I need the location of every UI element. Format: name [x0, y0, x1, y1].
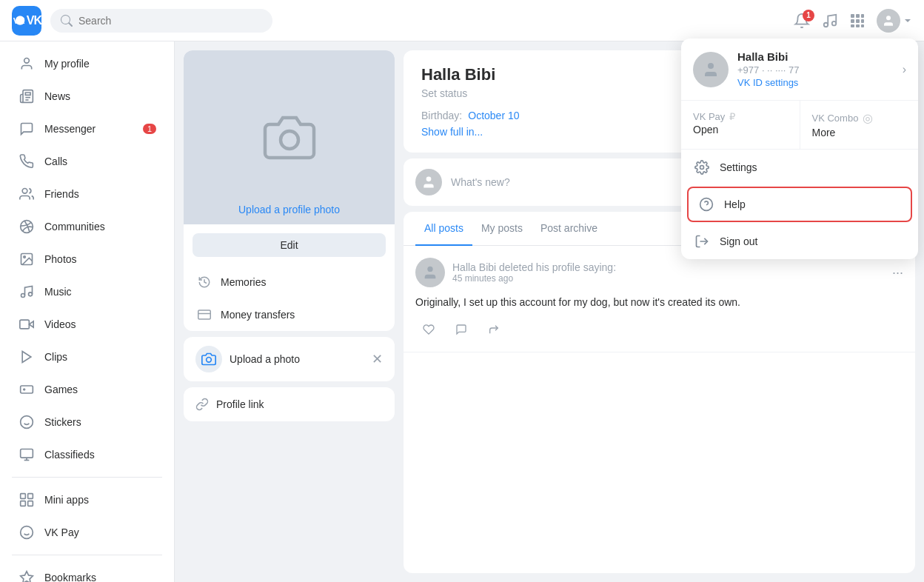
svg-text:VK: VK — [13, 16, 26, 25]
sidebar-divider-1 — [12, 477, 162, 478]
classifieds-icon — [18, 446, 36, 464]
sidebar-item-games[interactable]: Games — [6, 373, 168, 406]
help-label: Help — [724, 198, 746, 210]
svg-rect-49 — [198, 310, 211, 319]
svg-rect-10 — [856, 24, 860, 27]
notifications-button[interactable]: 1 — [794, 13, 810, 29]
settings-icon — [693, 158, 711, 176]
sidebar-item-clips[interactable]: Clips — [6, 341, 168, 373]
post-avatar — [415, 258, 445, 287]
svg-rect-8 — [861, 19, 864, 23]
svg-point-67 — [427, 267, 432, 272]
post-text: Originally, I set up this account for my… — [415, 295, 903, 310]
sidebar-label-bookmarks: Bookmarks — [44, 572, 96, 582]
svg-point-33 — [21, 416, 33, 429]
upload-photo-icon — [195, 346, 222, 372]
profile-link-card[interactable]: Profile link — [184, 387, 395, 421]
svg-rect-7 — [856, 19, 860, 23]
sidebar-label-music: Music — [44, 286, 72, 298]
search-input[interactable] — [78, 15, 262, 27]
post-author-name: Halla Bibi deleted his profile saying: — [452, 261, 885, 273]
post-more-button[interactable]: ··· — [892, 265, 903, 281]
post-author-row: Halla Bibi deleted his profile saying: 4… — [415, 258, 903, 287]
svg-marker-27 — [22, 352, 31, 363]
comment-button[interactable] — [448, 319, 475, 340]
memories-item[interactable]: Memories — [184, 266, 395, 298]
signout-menu-item[interactable]: Sign out — [681, 224, 918, 259]
sidebar-item-bookmarks[interactable]: Bookmarks — [6, 561, 168, 582]
news-icon — [18, 87, 36, 105]
dropdown-phone: +977 · ·· ···· 77 — [737, 64, 894, 76]
sidebar-item-calls[interactable]: Calls — [6, 145, 168, 178]
vk-combo-item[interactable]: VK Combo ◎ More — [800, 101, 919, 149]
messenger-badge: 1 — [143, 124, 156, 134]
tab-all-posts[interactable]: All posts — [415, 212, 472, 246]
birthday-label: Birthday: — [421, 110, 462, 121]
svg-point-18 — [24, 58, 30, 64]
svg-rect-39 — [21, 494, 26, 499]
post-actions-row — [415, 319, 903, 340]
sidebar-label-clips: Clips — [44, 351, 67, 363]
sidebar-item-communities[interactable]: Communities — [6, 210, 168, 243]
dropdown-profile-row[interactable]: Halla Bibi +977 · ·· ···· 77 VK ID setti… — [681, 39, 918, 101]
share-button[interactable] — [481, 319, 507, 340]
sidebar-item-mini-apps[interactable]: Mini apps — [6, 484, 168, 516]
sidebar-item-videos[interactable]: Videos — [6, 308, 168, 341]
dropdown-vkid-link[interactable]: VK ID settings — [737, 77, 894, 88]
upload-photo-card: Upload a photo ✕ — [184, 337, 395, 381]
apps-grid-button[interactable] — [850, 13, 865, 28]
left-panel: Upload a profile photo Edit Memories Mon — [184, 50, 395, 573]
vk-pay-label: VK Pay ₽ — [693, 111, 788, 122]
search-icon — [61, 15, 73, 27]
sidebar: My profile News Messenger 1 Calls — [0, 41, 175, 582]
profile-link-text: Profile link — [216, 398, 264, 410]
memories-label: Memories — [221, 276, 266, 288]
sidebar-label-messenger: Messenger — [44, 123, 96, 135]
vk-combo-action: More — [812, 127, 907, 138]
vk-pay-item[interactable]: VK Pay ₽ Open — [681, 101, 800, 149]
search-box[interactable] — [50, 9, 272, 33]
dropdown-user-name: Halla Bibi — [737, 50, 894, 63]
sidebar-item-music[interactable]: Music — [6, 275, 168, 308]
sidebar-label-classifieds: Classifieds — [44, 449, 95, 461]
sidebar-item-friends[interactable]: Friends — [6, 178, 168, 210]
sidebar-item-classifieds[interactable]: Classifieds — [6, 438, 168, 471]
svg-point-12 — [886, 16, 891, 20]
sidebar-item-messenger[interactable]: Messenger 1 — [6, 113, 168, 145]
profile-photo-card: Upload a profile photo Edit Memories Mon — [184, 50, 395, 331]
sidebar-divider-2 — [12, 555, 162, 555]
sidebar-label-games: Games — [44, 384, 78, 395]
phone-icon — [18, 153, 36, 170]
upload-profile-photo-link[interactable]: Upload a profile photo — [184, 204, 395, 215]
sidebar-label-videos: Videos — [44, 318, 76, 330]
vk-logo[interactable]: VK VK — [12, 6, 41, 36]
sidebar-item-stickers[interactable]: Stickers — [6, 406, 168, 438]
sidebar-item-my-profile[interactable]: My profile — [6, 47, 168, 80]
post-item: Halla Bibi deleted his profile saying: 4… — [404, 246, 915, 352]
tab-post-archive[interactable]: Post archive — [532, 212, 606, 246]
dropdown-profile-info: Halla Bibi +977 · ·· ···· 77 VK ID setti… — [737, 50, 894, 88]
add-post-avatar — [415, 169, 442, 195]
sidebar-item-vk-pay[interactable]: VK Pay — [6, 516, 168, 549]
settings-menu-item[interactable]: Settings — [681, 150, 918, 185]
help-menu-item[interactable]: Help — [687, 187, 912, 222]
communities-icon — [18, 218, 36, 235]
sidebar-label-friends: Friends — [44, 188, 79, 200]
tab-my-posts[interactable]: My posts — [472, 212, 532, 246]
music-button[interactable] — [822, 13, 838, 29]
svg-point-19 — [22, 189, 27, 194]
money-transfers-icon — [195, 306, 213, 324]
money-transfers-item[interactable]: Money transfers — [184, 298, 395, 331]
post-author-info: Halla Bibi deleted his profile saying: 4… — [452, 261, 885, 284]
svg-point-2 — [832, 21, 837, 24]
account-menu-button[interactable] — [877, 9, 912, 33]
upload-photo-close-button[interactable]: ✕ — [372, 351, 383, 367]
like-button[interactable] — [415, 319, 442, 340]
svg-point-23 — [21, 294, 25, 298]
sidebar-label-my-profile: My profile — [44, 58, 90, 70]
sidebar-item-news[interactable]: News — [6, 80, 168, 113]
profile-photo-area: Upload a profile photo — [184, 50, 395, 224]
svg-point-14 — [700, 166, 704, 170]
edit-button[interactable]: Edit — [192, 233, 386, 257]
sidebar-item-photos[interactable]: Photos — [6, 243, 168, 275]
